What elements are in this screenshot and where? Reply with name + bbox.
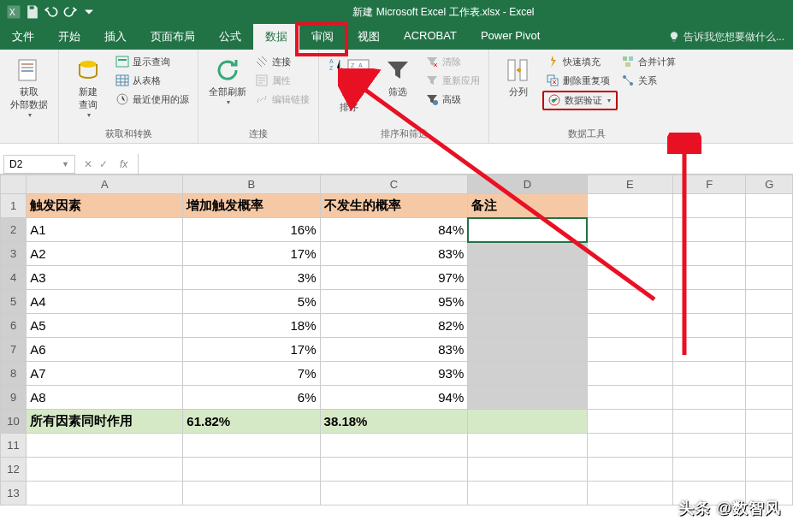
cell[interactable]: 17% — [183, 338, 320, 362]
save-icon[interactable] — [24, 3, 41, 21]
cell[interactable] — [673, 410, 746, 434]
cell[interactable]: 所有因素同时作用 — [27, 410, 183, 434]
cell[interactable]: 83% — [320, 338, 468, 362]
advanced-filter-button[interactable]: 高级 — [422, 91, 483, 108]
refresh-all-button[interactable]: 全部刷新 — [204, 53, 252, 109]
tab-formulas[interactable]: 公式 — [207, 24, 253, 50]
cell[interactable] — [746, 458, 793, 482]
data-validation-button[interactable]: 数据验证 — [542, 91, 618, 110]
cell[interactable] — [673, 434, 746, 458]
row-header[interactable]: 8 — [1, 362, 27, 386]
redo-icon[interactable] — [62, 3, 79, 21]
cell[interactable]: 18% — [183, 314, 320, 338]
cell[interactable] — [587, 434, 673, 458]
cell[interactable]: 83% — [320, 242, 468, 266]
namebox-dropdown-icon[interactable]: ▼ — [62, 160, 69, 168]
cell[interactable] — [183, 434, 320, 458]
name-box[interactable]: D2 ▼ — [3, 155, 75, 174]
recent-sources-button[interactable]: 最近使用的源 — [112, 91, 192, 108]
worksheet-grid[interactable]: A B C D E F G 1 触发因素 增加触发概率 不发生的概率 备注 2 … — [0, 174, 793, 505]
show-queries-button[interactable]: 显示查询 — [112, 53, 192, 70]
cell[interactable] — [468, 314, 587, 338]
tab-page-layout[interactable]: 页面布局 — [139, 24, 207, 50]
cell[interactable] — [746, 242, 793, 266]
row-header[interactable]: 1 — [1, 194, 27, 218]
cell[interactable] — [320, 482, 468, 505]
consolidate-button[interactable]: 合并计算 — [618, 53, 679, 70]
cell[interactable] — [468, 362, 587, 386]
cell[interactable]: 17% — [183, 242, 320, 266]
cell[interactable] — [746, 194, 793, 218]
cell[interactable]: A4 — [27, 290, 183, 314]
cell[interactable]: A1 — [27, 218, 183, 242]
row-header[interactable]: 4 — [1, 266, 27, 290]
cell[interactable] — [468, 482, 587, 505]
cell[interactable] — [587, 314, 673, 338]
cell[interactable] — [673, 314, 746, 338]
row-header[interactable]: 11 — [1, 434, 27, 458]
cell[interactable] — [673, 194, 746, 218]
cell[interactable] — [746, 314, 793, 338]
cell[interactable] — [673, 242, 746, 266]
cell[interactable] — [673, 458, 746, 482]
cell[interactable] — [673, 338, 746, 362]
cell[interactable]: A5 — [27, 314, 183, 338]
text-to-columns-button[interactable]: 分列 — [494, 53, 542, 102]
cell[interactable] — [587, 266, 673, 290]
cell[interactable]: 触发因素 — [27, 194, 183, 218]
cell[interactable] — [183, 482, 320, 505]
col-header[interactable]: G — [746, 175, 793, 194]
row-header[interactable]: 9 — [1, 386, 27, 410]
col-header[interactable]: F — [673, 175, 746, 194]
cell[interactable] — [673, 386, 746, 410]
cell[interactable] — [27, 482, 183, 505]
cell[interactable] — [746, 482, 793, 505]
cell[interactable] — [587, 218, 673, 242]
tab-data[interactable]: 数据 — [253, 24, 299, 50]
cell[interactable] — [468, 458, 587, 482]
cell[interactable]: 61.82% — [183, 410, 320, 434]
cell[interactable] — [587, 362, 673, 386]
cell[interactable] — [587, 338, 673, 362]
cell[interactable]: A3 — [27, 266, 183, 290]
row-header[interactable]: 5 — [1, 290, 27, 314]
cell[interactable] — [587, 482, 673, 505]
row-header[interactable]: 3 — [1, 242, 27, 266]
cell[interactable] — [27, 434, 183, 458]
cell[interactable] — [587, 386, 673, 410]
cell[interactable] — [468, 242, 587, 266]
cancel-formula-icon[interactable]: ✕ — [84, 158, 92, 170]
sort-dialog-icon[interactable]: ZAAZ — [346, 56, 370, 80]
row-header[interactable]: 6 — [1, 314, 27, 338]
cell[interactable] — [468, 266, 587, 290]
new-query-button[interactable]: 新建 查询 — [64, 53, 112, 122]
tab-view[interactable]: 视图 — [346, 24, 392, 50]
cell[interactable] — [468, 338, 587, 362]
cell[interactable] — [746, 290, 793, 314]
filter-button[interactable]: 筛选 — [374, 53, 422, 102]
cell-active[interactable] — [468, 218, 587, 242]
cell[interactable]: A8 — [27, 386, 183, 410]
from-table-button[interactable]: 从表格 — [112, 72, 192, 89]
cell[interactable]: 5% — [183, 290, 320, 314]
cell[interactable]: A6 — [27, 338, 183, 362]
cell[interactable] — [468, 290, 587, 314]
cell[interactable] — [320, 434, 468, 458]
col-header[interactable]: D — [468, 175, 587, 194]
cell[interactable] — [673, 218, 746, 242]
cell[interactable] — [746, 386, 793, 410]
cell[interactable] — [468, 386, 587, 410]
cell[interactable]: 6% — [183, 386, 320, 410]
cell[interactable] — [746, 338, 793, 362]
connections-button[interactable]: 连接 — [252, 53, 313, 70]
cell[interactable]: 82% — [320, 314, 468, 338]
sort-asc-icon[interactable]: AZ — [328, 56, 345, 74]
cell[interactable]: 94% — [320, 386, 468, 410]
cell[interactable] — [468, 410, 587, 434]
row-header[interactable]: 13 — [1, 482, 27, 505]
cell[interactable]: 不发生的概率 — [320, 194, 468, 218]
tab-acrobat[interactable]: ACROBAT — [392, 24, 469, 50]
cell[interactable] — [468, 434, 587, 458]
qat-dropdown-icon[interactable] — [80, 3, 98, 21]
cell[interactable] — [673, 482, 746, 505]
